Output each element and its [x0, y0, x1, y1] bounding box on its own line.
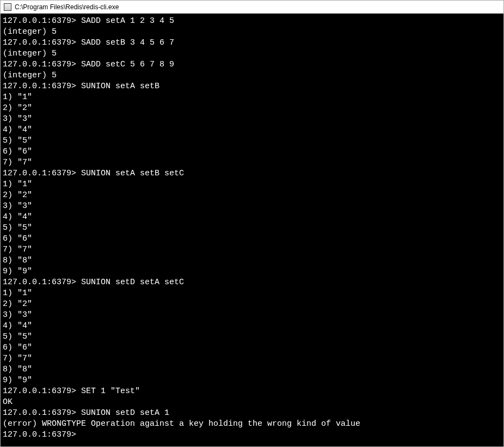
output-line: 4) "4"	[3, 125, 501, 136]
output-line: 9) "9"	[3, 375, 501, 386]
command-line: 127.0.0.1:6379> SUNION setD setA setC	[3, 277, 501, 288]
output-line: 4) "4"	[3, 212, 501, 223]
output-line: 6) "6"	[3, 342, 501, 353]
output-line: 2) "2"	[3, 299, 501, 310]
output-line: 8) "8"	[3, 255, 501, 266]
command-line: 127.0.0.1:6379> SET 1 "Test"	[3, 386, 501, 397]
command-line: 127.0.0.1:6379> SADD setA 1 2 3 4 5	[3, 16, 501, 27]
prompt-line: 127.0.0.1:6379>	[3, 430, 501, 440]
output-line: 3) "3"	[3, 310, 501, 321]
output-line: 9) "9"	[3, 266, 501, 277]
command-line: 127.0.0.1:6379> SUNION setD setA 1	[3, 408, 501, 419]
command-line: 127.0.0.1:6379> SADD setC 5 6 7 8 9	[3, 59, 501, 70]
output-line: 2) "2"	[3, 103, 501, 114]
output-line: 7) "7"	[3, 353, 501, 364]
console-window: C:\Program Files\Redis\redis-cli.exe 127…	[0, 0, 504, 447]
output-line: 1) "1"	[3, 179, 501, 190]
output-line: (integer) 5	[3, 27, 501, 38]
output-line: (integer) 5	[3, 48, 501, 59]
output-line: 3) "3"	[3, 114, 501, 125]
output-line: 5) "5"	[3, 136, 501, 146]
output-line: 1) "1"	[3, 288, 501, 299]
output-line: 6) "6"	[3, 234, 501, 244]
window-title: C:\Program Files\Redis\redis-cli.exe	[15, 3, 119, 11]
output-line: 1) "1"	[3, 92, 501, 103]
output-line: (error) WRONGTYPE Operation against a ke…	[3, 419, 501, 430]
output-line: (integer) 5	[3, 70, 501, 81]
terminal-area[interactable]: 127.0.0.1:6379> SADD setA 1 2 3 4 5(inte…	[1, 14, 503, 446]
output-line: 7) "7"	[3, 157, 501, 168]
titlebar[interactable]: C:\Program Files\Redis\redis-cli.exe	[1, 1, 503, 14]
output-line: 5) "5"	[3, 223, 501, 234]
app-icon	[4, 3, 11, 11]
output-line: 6) "6"	[3, 146, 501, 157]
output-line: 7) "7"	[3, 244, 501, 255]
output-line: 4) "4"	[3, 321, 501, 332]
output-line: 8) "8"	[3, 364, 501, 375]
command-line: 127.0.0.1:6379> SUNION setA setB	[3, 81, 501, 92]
command-line: 127.0.0.1:6379> SUNION setA setB setC	[3, 168, 501, 179]
output-line: 5) "5"	[3, 332, 501, 342]
output-line: OK	[3, 397, 501, 408]
command-line: 127.0.0.1:6379> SADD setB 3 4 5 6 7	[3, 38, 501, 48]
output-line: 3) "3"	[3, 201, 501, 212]
output-line: 2) "2"	[3, 190, 501, 201]
